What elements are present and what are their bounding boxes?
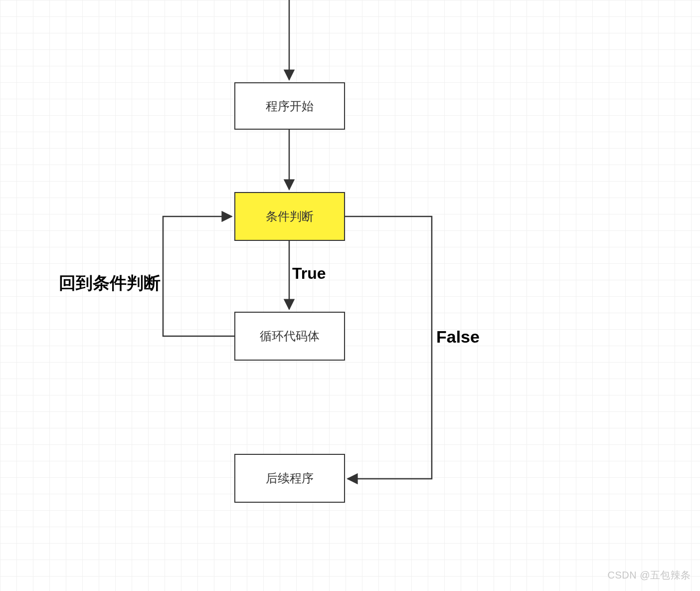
label-back: 回到条件判断 xyxy=(59,272,161,295)
node-start: 程序开始 xyxy=(234,82,345,130)
watermark: CSDN @五包辣条 xyxy=(607,569,691,582)
node-loop-body: 循环代码体 xyxy=(234,312,345,361)
arrow-loop-to-cond xyxy=(163,216,234,336)
label-true: True xyxy=(292,264,326,283)
node-after-text: 后续程序 xyxy=(266,470,314,486)
connectors xyxy=(0,0,700,591)
node-loop-body-text: 循环代码体 xyxy=(260,328,320,344)
node-condition: 条件判断 xyxy=(234,192,345,241)
node-condition-text: 条件判断 xyxy=(266,208,314,224)
label-false: False xyxy=(436,327,480,347)
node-after: 后续程序 xyxy=(234,454,345,503)
node-start-text: 程序开始 xyxy=(266,98,314,114)
arrow-cond-to-after xyxy=(345,216,432,479)
